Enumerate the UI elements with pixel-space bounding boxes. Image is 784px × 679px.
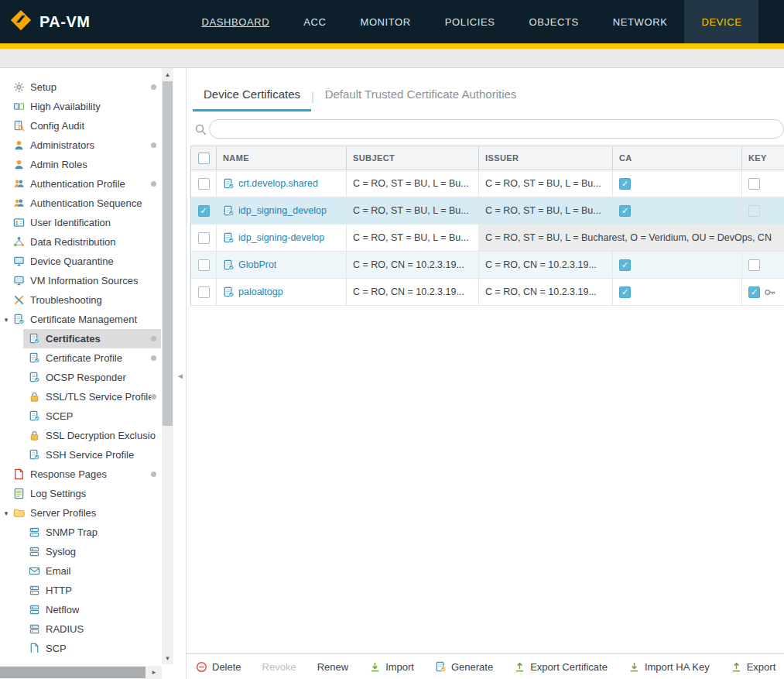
export-certificate-button[interactable]: Export Certificate — [514, 661, 608, 673]
sidebar-horizontal-scrollbar[interactable]: ► — [0, 666, 162, 679]
column-header-name[interactable]: NAME — [217, 146, 347, 170]
tab-default-trusted-certificate-authorities[interactable]: Default Trusted Certificate Authorities — [314, 87, 528, 111]
column-header-ca[interactable]: CA — [613, 146, 742, 170]
select-all-checkbox[interactable] — [198, 153, 210, 164]
sidebar-item-scp[interactable]: SCP — [23, 639, 161, 653]
certificate-icon — [223, 259, 235, 271]
sidebar-item-user-identification[interactable]: User Identification — [0, 213, 161, 232]
ca-checkbox[interactable]: ✓ — [619, 205, 631, 217]
envelope-icon — [26, 565, 42, 578]
subject-text: C = RO, CN = 10.2.3.19... — [353, 286, 464, 297]
export-button[interactable]: Export — [731, 661, 776, 673]
nav-item-monitor[interactable]: MONITOR — [343, 0, 427, 43]
sidebar-item-label: Admin Roles — [30, 159, 87, 170]
tab-device-certificates[interactable]: Device Certificates — [193, 87, 311, 111]
delete-button[interactable]: Delete — [196, 661, 241, 673]
table-row[interactable]: ✓idp_signing_developC = RO, ST = BU, L =… — [191, 197, 784, 225]
sidebar-item-snmp-trap[interactable]: SNMP Trap — [23, 523, 161, 542]
ca-checkbox[interactable]: ✓ — [619, 259, 631, 271]
vertical-scroll-thumb[interactable] — [163, 81, 173, 426]
sidebar-item-response-pages[interactable]: Response Pages — [0, 465, 161, 484]
key-checkbox[interactable]: ✓ — [748, 286, 760, 298]
cert-icon — [26, 372, 42, 384]
generate-button[interactable]: Generate — [435, 661, 493, 673]
row-checkbox[interactable] — [198, 232, 210, 244]
certificate-name-link[interactable]: idp_signing_develop — [238, 205, 327, 216]
sidebar-item-certificates[interactable]: Certificates — [23, 329, 161, 348]
sidebar-item-log-settings[interactable]: Log Settings — [0, 484, 161, 503]
audit-icon — [11, 120, 26, 132]
ca-checkbox[interactable]: ✓ — [619, 178, 631, 190]
nav-item-network[interactable]: NETWORK — [596, 0, 685, 43]
name-cell: GlobProt — [217, 252, 347, 278]
certificate-name-link[interactable]: paloaltogp — [238, 286, 283, 297]
sidebar-item-ssl-decryption-exclusio[interactable]: SSL Decryption Exclusio — [23, 426, 161, 445]
sidebar-item-scep[interactable]: SCEP — [23, 406, 161, 426]
sidebar-item-admin-roles[interactable]: Admin Roles — [0, 155, 161, 174]
scroll-down-button[interactable]: ▼ — [162, 652, 173, 664]
sidebar-item-data-redistribution[interactable]: Data Redistribution — [0, 232, 161, 252]
sidebar-vertical-scrollbar[interactable]: ▲ ▼ — [162, 68, 173, 664]
row-checkbox[interactable] — [198, 286, 210, 298]
import-button[interactable]: Import — [369, 661, 414, 673]
sidebar-item-ocsp-responder[interactable]: OCSP Responder — [23, 368, 161, 387]
sidebar-item-authentication-profile[interactable]: Authentication Profile — [0, 174, 161, 194]
expand-caret-icon[interactable]: ▾ — [2, 509, 11, 517]
status-dot — [151, 472, 156, 477]
certificate-icon — [223, 232, 235, 244]
certificate-name-link[interactable]: crt.develop.shared — [238, 178, 318, 189]
table-row[interactable]: crt.develop.sharedC = RO, ST = BU, L = B… — [191, 170, 784, 197]
renew-button[interactable]: Renew — [317, 661, 348, 673]
nav-item-objects[interactable]: OBJECTS — [512, 0, 596, 43]
table-row[interactable]: idp_signing-developC = RO, ST = BU, L = … — [191, 225, 784, 252]
search-input[interactable] — [209, 119, 784, 139]
column-header-subject[interactable]: SUBJECT — [347, 146, 479, 170]
sidebar-item-netflow[interactable]: Netflow — [23, 600, 161, 619]
ca-checkbox[interactable]: ✓ — [619, 286, 631, 298]
nav-item-policies[interactable]: POLICIES — [428, 0, 512, 43]
key-checkbox[interactable] — [748, 259, 760, 271]
sidebar-item-label: Certificates — [46, 333, 101, 345]
sidebar-item-label: SSH Service Profile — [46, 449, 134, 461]
sidebar-item-device-quarantine[interactable]: Device Quarantine — [0, 252, 161, 271]
sidebar-item-troubleshooting[interactable]: Troubleshooting — [0, 290, 161, 310]
table-row[interactable]: GlobProtC = RO, CN = 10.2.3.19...C = RO,… — [191, 252, 784, 279]
sidebar-item-config-audit[interactable]: Config Audit — [0, 116, 161, 135]
horizontal-scroll-thumb[interactable] — [0, 667, 146, 678]
sidebar-item-syslog[interactable]: Syslog — [23, 542, 161, 561]
sidebar-item-ssl-tls-service-profile[interactable]: SSL/TLS Service Profile — [23, 387, 161, 406]
sidebar-collapse-handle[interactable]: ◄ — [176, 372, 184, 380]
sidebar-item-setup[interactable]: Setup — [0, 77, 161, 97]
sidebar-item-ssh-service-profile[interactable]: SSH Service Profile — [23, 445, 161, 465]
sidebar-item-administrators[interactable]: Administrators — [0, 135, 161, 155]
sidebar-item-certificate-management[interactable]: ▾Certificate Management — [0, 310, 161, 329]
sidebar-item-certificate-profile[interactable]: Certificate Profile — [23, 348, 161, 368]
import-ha-key-button[interactable]: Import HA Key — [628, 661, 710, 673]
expand-caret-icon[interactable]: ▾ — [2, 316, 11, 324]
sidebar-item-http[interactable]: HTTP — [23, 581, 161, 600]
sidebar-item-high-availability[interactable]: High Availability — [0, 97, 161, 116]
row-checkbox[interactable] — [198, 178, 210, 190]
row-checkbox[interactable] — [198, 259, 210, 271]
nav-item-device[interactable]: DEVICE — [684, 0, 758, 43]
certificate-name-link[interactable]: GlobProt — [238, 259, 276, 270]
column-header-key[interactable]: KEY — [742, 146, 784, 170]
nav-item-dashboard[interactable]: DASHBOARD — [184, 0, 286, 43]
sidebar-item-radius[interactable]: RADIUS — [23, 619, 161, 639]
sidebar-item-server-profiles[interactable]: ▾Server Profiles — [0, 503, 161, 523]
app-root: PA-VM DASHBOARDACCMONITORPOLICIESOBJECTS… — [0, 0, 784, 679]
table-row[interactable]: paloaltogpC = RO, CN = 10.2.3.19...C = R… — [191, 279, 784, 306]
scroll-right-button[interactable]: ► — [146, 666, 162, 679]
row-checkbox[interactable]: ✓ — [198, 205, 210, 217]
nav-item-acc[interactable]: ACC — [286, 0, 343, 43]
certificate-name-link[interactable]: idp_signing-develop — [238, 232, 324, 243]
cert-icon — [11, 314, 26, 326]
key-checkbox[interactable] — [748, 205, 760, 217]
sidebar-item-authentication-sequence[interactable]: Authentication Sequence — [0, 194, 161, 213]
subject-text: C = RO, ST = BU, L = Bu... — [353, 178, 469, 189]
sidebar-item-vm-information-sources[interactable]: VM Information Sources — [0, 271, 161, 290]
column-header-issuer[interactable]: ISSUER — [479, 146, 613, 170]
sidebar-item-email[interactable]: Email — [23, 561, 161, 581]
scroll-up-button[interactable]: ▲ — [162, 68, 173, 81]
key-checkbox[interactable] — [748, 178, 760, 190]
